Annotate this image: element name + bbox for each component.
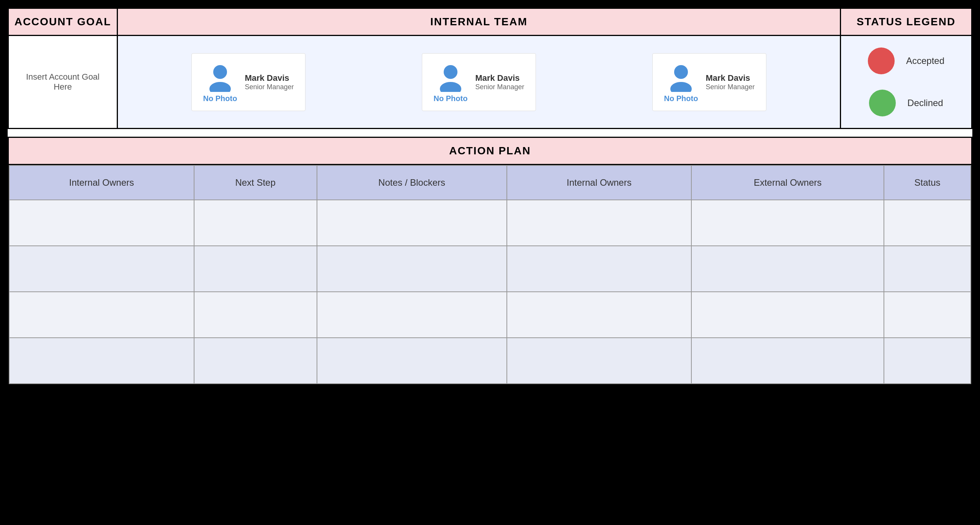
col-header-notes-blockers: Notes / Blockers: [317, 165, 507, 200]
svg-point-0: [213, 65, 227, 79]
cell-internal-owners-2-r4[interactable]: [507, 338, 692, 384]
avatar-container-2: No Photo: [434, 61, 468, 103]
cell-internal-owners-2-r3[interactable]: [507, 292, 692, 338]
legend-item-accepted: Accepted: [868, 47, 944, 74]
table-row: [9, 246, 971, 292]
avatar-icon-2: [435, 61, 466, 92]
main-container: ACCOUNT GOAL Insert Account Goal Here IN…: [8, 8, 972, 385]
member-title-3: Senior Manager: [706, 83, 755, 91]
cell-status-r1[interactable]: [884, 200, 971, 246]
avatar-container-3: No Photo: [664, 61, 698, 103]
action-plan-header: ACTION PLAN: [9, 138, 971, 165]
svg-point-4: [674, 65, 688, 79]
cell-internal-owners-2-r1[interactable]: [507, 200, 692, 246]
no-photo-label-2: No Photo: [434, 94, 468, 103]
accepted-circle: [868, 47, 895, 74]
account-goal-body: Insert Account Goal Here: [9, 36, 117, 128]
cell-status-r4[interactable]: [884, 338, 971, 384]
col-header-next-step: Next Step: [194, 165, 317, 200]
status-legend-header: STATUS LEGEND: [841, 9, 971, 36]
member-info-2: Mark Davis Senior Manager: [475, 73, 524, 91]
member-info-3: Mark Davis Senior Manager: [706, 73, 755, 91]
member-name-1: Mark Davis: [245, 73, 294, 83]
member-name-3: Mark Davis: [706, 73, 755, 83]
cell-status-r3[interactable]: [884, 292, 971, 338]
col-header-status: Status: [884, 165, 971, 200]
table-row: [9, 292, 971, 338]
account-goal-placeholder[interactable]: Insert Account Goal Here: [16, 72, 109, 92]
cell-next-step-r1[interactable]: [194, 200, 317, 246]
declined-label: Declined: [907, 98, 943, 108]
avatar-icon-1: [205, 61, 235, 92]
team-members-body: No Photo Mark Davis Senior Manager N: [118, 36, 840, 128]
avatar-container-1: No Photo: [203, 61, 237, 103]
cell-external-owners-r3[interactable]: [691, 292, 884, 338]
cell-external-owners-r2[interactable]: [691, 246, 884, 292]
action-plan-section: ACTION PLAN Internal Owners Next Step No…: [8, 137, 972, 385]
cell-internal-owners-1-r1[interactable]: [9, 200, 194, 246]
table-row: [9, 200, 971, 246]
account-goal-column: ACCOUNT GOAL Insert Account Goal Here: [9, 9, 118, 128]
cell-next-step-r2[interactable]: [194, 246, 317, 292]
status-legend-column: STATUS LEGEND Accepted Declined: [841, 9, 971, 128]
member-name-2: Mark Davis: [475, 73, 524, 83]
account-goal-header: ACCOUNT GOAL: [9, 9, 117, 36]
no-photo-label-3: No Photo: [664, 94, 698, 103]
cell-status-r2[interactable]: [884, 246, 971, 292]
cell-internal-owners-2-r2[interactable]: [507, 246, 692, 292]
svg-point-5: [670, 82, 692, 92]
team-member-card-3: No Photo Mark Davis Senior Manager: [652, 53, 767, 111]
action-plan-table: Internal Owners Next Step Notes / Blocke…: [9, 165, 971, 384]
col-header-internal-owners-1: Internal Owners: [9, 165, 194, 200]
cell-next-step-r4[interactable]: [194, 338, 317, 384]
team-member-card-2: No Photo Mark Davis Senior Manager: [422, 53, 536, 111]
internal-team-column: INTERNAL TEAM No Photo Mark Davis Senior…: [118, 9, 841, 128]
no-photo-label-1: No Photo: [203, 94, 237, 103]
internal-team-header: INTERNAL TEAM: [118, 9, 840, 36]
member-title-1: Senior Manager: [245, 83, 294, 91]
legend-body: Accepted Declined: [841, 36, 971, 128]
cell-notes-blockers-r1[interactable]: [317, 200, 507, 246]
svg-point-3: [440, 82, 461, 92]
declined-circle: [869, 90, 896, 116]
cell-notes-blockers-r4[interactable]: [317, 338, 507, 384]
avatar-icon-3: [666, 61, 696, 92]
cell-external-owners-r1[interactable]: [691, 200, 884, 246]
table-header-row: Internal Owners Next Step Notes / Blocke…: [9, 165, 971, 200]
cell-notes-blockers-r2[interactable]: [317, 246, 507, 292]
cell-next-step-r3[interactable]: [194, 292, 317, 338]
cell-external-owners-r4[interactable]: [691, 338, 884, 384]
svg-point-1: [209, 82, 231, 92]
cell-internal-owners-1-r2[interactable]: [9, 246, 194, 292]
cell-notes-blockers-r3[interactable]: [317, 292, 507, 338]
legend-item-declined: Declined: [869, 90, 943, 116]
table-row: [9, 338, 971, 384]
svg-point-2: [444, 65, 457, 79]
cell-internal-owners-1-r4[interactable]: [9, 338, 194, 384]
team-member-card-1: No Photo Mark Davis Senior Manager: [191, 53, 306, 111]
accepted-label: Accepted: [906, 56, 944, 66]
top-section: ACCOUNT GOAL Insert Account Goal Here IN…: [8, 8, 972, 129]
cell-internal-owners-1-r3[interactable]: [9, 292, 194, 338]
member-title-2: Senior Manager: [475, 83, 524, 91]
col-header-internal-owners-2: Internal Owners: [507, 165, 692, 200]
col-header-external-owners: External Owners: [691, 165, 884, 200]
member-info-1: Mark Davis Senior Manager: [245, 73, 294, 91]
